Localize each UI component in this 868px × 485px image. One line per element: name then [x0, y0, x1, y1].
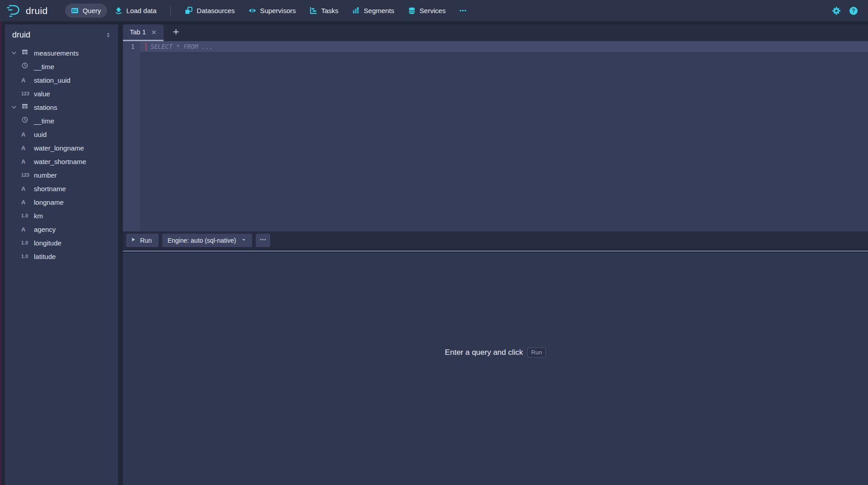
nav-item-services[interactable]: Services — [402, 4, 452, 18]
settings-gear-icon[interactable] — [832, 6, 841, 15]
nav-item-label: Query — [83, 7, 101, 14]
tree-row-table-measurements[interactable]: measurements — [5, 46, 118, 60]
splitter-bar — [123, 250, 868, 252]
tree-row-column-__time[interactable]: __time — [5, 114, 118, 127]
engine-select-button[interactable]: Engine: auto (sql-native) — [162, 234, 253, 247]
datasources-icon — [185, 7, 192, 14]
table-icon — [21, 103, 28, 112]
database-icon — [408, 7, 416, 14]
string-type-icon: A — [21, 131, 25, 138]
tree-item-label: longname — [34, 198, 64, 206]
nav-item-supervisors[interactable]: Supervisors — [243, 4, 302, 18]
nav-item-label: Datasources — [197, 7, 235, 14]
tree-item-label: number — [34, 171, 57, 179]
nav-more-button[interactable] — [453, 4, 473, 18]
nav-item-label: Supervisors — [260, 7, 296, 14]
gantt-icon — [310, 7, 317, 14]
tree-item-label: water_longname — [34, 144, 84, 152]
number-type-icon: 123 — [21, 172, 29, 178]
nav-item-label: Services — [420, 7, 446, 14]
results-panel: Enter a query and click Run — [123, 253, 868, 485]
tree-item-label: longitude — [34, 239, 61, 247]
string-type-icon: A — [21, 226, 25, 233]
nav-item-load-data[interactable]: Load data — [109, 4, 163, 18]
tree-row-column-km[interactable]: 1.0km — [5, 209, 118, 222]
string-type-icon: A — [21, 145, 25, 151]
tree-row-column-uuid[interactable]: Auuid — [5, 127, 118, 141]
tree-row-column-latitude[interactable]: 1.0latitude — [5, 250, 118, 263]
nav-item-datasources[interactable]: Datasources — [179, 4, 240, 18]
run-key-badge: Run — [527, 348, 546, 358]
editor-cursor — [145, 42, 146, 51]
play-icon — [130, 236, 136, 244]
eye-icon — [249, 7, 256, 14]
plus-icon — [173, 28, 179, 37]
left-edge-strip — [0, 21, 1, 485]
table-icon — [21, 48, 28, 57]
sort-double-caret-icon[interactable] — [105, 32, 112, 38]
more-dots-icon — [459, 7, 467, 14]
druid-logo-icon — [5, 3, 22, 19]
tree-row-column-station_uuid[interactable]: Astation_uuid — [5, 73, 118, 87]
tree-row-column-number[interactable]: 123number — [5, 168, 118, 182]
query-main-panel: Tab 1 1 SELECT * FROM ... Ru — [123, 24, 868, 485]
tree-item-label: water_shortname — [34, 158, 86, 165]
float-type-icon: 1.0 — [21, 213, 28, 218]
help-icon[interactable]: ? — [849, 6, 858, 15]
druid-logo-text: druid — [26, 5, 48, 16]
empty-results-message: Enter a query and click Run — [445, 348, 546, 358]
editor-placeholder: SELECT * FROM ... — [150, 41, 213, 52]
tree-row-column-water_shortname[interactable]: Awater_shortname — [5, 155, 118, 168]
query-editor[interactable]: 1 SELECT * FROM ... — [123, 41, 868, 231]
svg-text:?: ? — [852, 8, 855, 14]
editor-gutter — [123, 41, 140, 231]
empty-message-text: Enter a query and click — [445, 348, 523, 357]
panel-splitter[interactable] — [123, 250, 868, 253]
tree-row-column-agency[interactable]: Aagency — [5, 222, 118, 236]
top-nav-bar: druid Query Load data — [0, 0, 868, 21]
tree-item-label: __time — [34, 117, 54, 125]
nav-item-query[interactable]: Query — [65, 4, 107, 18]
tree-item-label: station_uuid — [34, 76, 70, 84]
schema-title: druid — [12, 30, 30, 40]
nav-right-icons: ? — [832, 6, 861, 15]
editor-line-number: 1 — [123, 41, 140, 52]
tree-row-column-longname[interactable]: Alongname — [5, 195, 118, 209]
chevron-down-icon — [11, 50, 21, 56]
tab-1[interactable]: Tab 1 — [123, 24, 164, 41]
run-bar: Run Engine: auto (sql-native) — [123, 231, 868, 250]
engine-label: Engine: auto (sql-native) — [168, 237, 236, 244]
tree-row-table-stations[interactable]: stations — [5, 100, 118, 114]
clock-icon — [21, 116, 28, 125]
more-dots-icon — [259, 236, 267, 245]
number-type-icon: 123 — [21, 91, 29, 96]
tab-label: Tab 1 — [130, 28, 145, 36]
tree-row-column-water_longname[interactable]: Awater_longname — [5, 141, 118, 155]
clock-icon — [21, 62, 28, 71]
nav-divider — [170, 6, 171, 16]
nav-item-tasks[interactable]: Tasks — [304, 4, 344, 18]
string-type-icon: A — [21, 185, 25, 192]
add-tab-button[interactable] — [169, 26, 183, 40]
tree-item-label: value — [34, 90, 50, 98]
tree-row-column-shortname[interactable]: Ashortname — [5, 182, 118, 195]
chevron-down-icon — [11, 104, 21, 110]
run-bar-more-button[interactable] — [256, 234, 270, 247]
tree-row-column-value[interactable]: 123value — [5, 87, 118, 100]
tree-row-column-longitude[interactable]: 1.0longitude — [5, 236, 118, 250]
druid-logo[interactable]: druid — [5, 3, 48, 19]
tree-row-column-__time[interactable]: __time — [5, 60, 118, 73]
nav-item-segments[interactable]: Segments — [346, 4, 400, 18]
nav-item-label: Segments — [364, 7, 394, 14]
tab-close-icon[interactable] — [151, 29, 157, 35]
tree-item-label: uuid — [34, 131, 47, 138]
caret-down-icon — [241, 237, 247, 244]
run-button-label: Run — [140, 237, 152, 244]
nav-item-label: Load data — [127, 7, 157, 14]
console-icon — [71, 7, 79, 14]
sidebar-header: druid — [5, 24, 118, 45]
run-button[interactable]: Run — [126, 234, 159, 247]
string-type-icon: A — [21, 77, 25, 84]
string-type-icon: A — [21, 199, 25, 206]
tree-item-label: shortname — [34, 185, 66, 193]
